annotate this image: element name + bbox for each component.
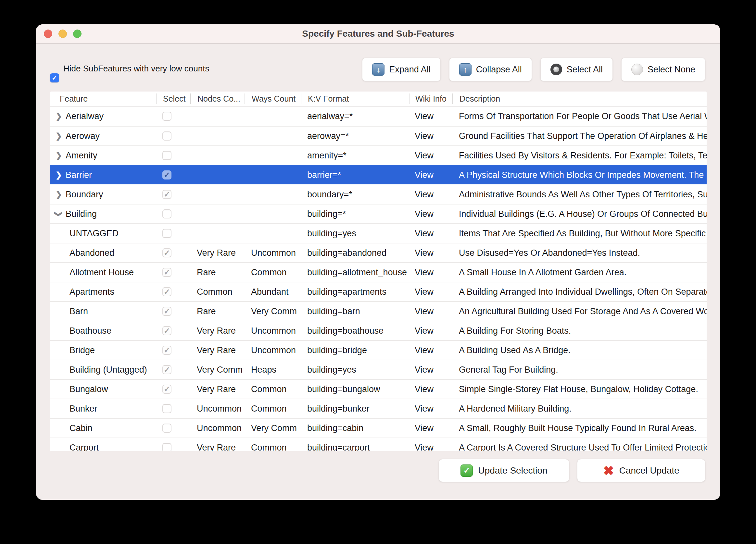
description-cell: An Agricultural Building Used For Storag… bbox=[452, 306, 707, 316]
table-row[interactable]: Carport Very Rare Common building=carpor… bbox=[50, 437, 707, 451]
row-select-checkbox[interactable] bbox=[162, 424, 171, 433]
cancel-update-label: Cancel Update bbox=[619, 465, 679, 476]
expander-chevron-icon[interactable] bbox=[55, 171, 63, 179]
row-select-checkbox[interactable] bbox=[162, 326, 171, 335]
table-row[interactable]: Barrier barrier=* View A Physical Struct… bbox=[50, 165, 707, 184]
row-select-checkbox[interactable] bbox=[162, 209, 171, 219]
row-select-checkbox[interactable] bbox=[162, 307, 171, 316]
row-select-checkbox[interactable] bbox=[162, 248, 171, 258]
column-header-description[interactable]: Description bbox=[452, 94, 707, 104]
wiki-view-link[interactable]: View bbox=[409, 170, 452, 180]
column-header-feature[interactable]: Feature bbox=[50, 94, 156, 104]
wiki-view-link[interactable]: View bbox=[409, 287, 452, 297]
row-select-checkbox[interactable] bbox=[162, 151, 171, 160]
table-row[interactable]: Bridge Very Rare Uncommon building=bridg… bbox=[50, 340, 707, 360]
row-select-checkbox[interactable] bbox=[162, 112, 171, 121]
wiki-view-link[interactable]: View bbox=[409, 229, 452, 239]
screen-background: Specify Features and Sub-Features Hide S… bbox=[0, 0, 756, 544]
expander-chevron-icon[interactable] bbox=[55, 210, 63, 218]
kv-format-cell: building=cabin bbox=[301, 423, 409, 433]
table-row[interactable]: Abandoned Very Rare Uncommon building=ab… bbox=[50, 243, 707, 262]
kv-format-cell: building=boathouse bbox=[301, 326, 409, 336]
cancel-update-button[interactable]: Cancel Update bbox=[577, 459, 705, 482]
feature-label: Barn bbox=[69, 306, 88, 316]
wiki-view-link[interactable]: View bbox=[409, 248, 452, 258]
row-select-checkbox[interactable] bbox=[162, 365, 171, 374]
table-row[interactable]: Allotment House Rare Common building=all… bbox=[50, 262, 707, 282]
wiki-view-link[interactable]: View bbox=[409, 268, 452, 277]
kv-format-cell: boundary=* bbox=[301, 190, 409, 200]
select-none-button[interactable]: Select None bbox=[621, 58, 705, 81]
expander-chevron-icon[interactable] bbox=[55, 112, 63, 120]
description-cell: A Building Arranged Into Individual Dwel… bbox=[452, 287, 707, 297]
column-header-ways[interactable]: Ways Count bbox=[245, 94, 301, 104]
description-cell: A Carport Is A Covered Structure Used To… bbox=[452, 443, 707, 451]
expand-all-button[interactable]: Expand All bbox=[362, 58, 441, 81]
wiki-view-link[interactable]: View bbox=[409, 345, 452, 355]
expander-chevron-icon[interactable] bbox=[55, 151, 63, 160]
hide-subfeatures-checkbox[interactable]: ✓ bbox=[50, 73, 59, 82]
description-cell: A Physical Structure Which Blocks Or Imp… bbox=[452, 170, 707, 180]
table-row[interactable]: UNTAGGED building=yes View Items That Ar… bbox=[50, 223, 707, 243]
table-row[interactable]: Apartments Common Abundant building=apar… bbox=[50, 282, 707, 301]
ways-count-cell: Abundant bbox=[245, 287, 301, 297]
wiki-view-link[interactable]: View bbox=[409, 365, 452, 375]
table-row[interactable]: Amenity amenity=* View Facilities Used B… bbox=[50, 146, 707, 165]
green-checkmark-icon bbox=[460, 464, 473, 477]
collapse-all-button[interactable]: Collapse All bbox=[449, 58, 532, 81]
wiki-view-link[interactable]: View bbox=[409, 306, 452, 316]
nodes-count-cell: Very Rare bbox=[190, 345, 245, 355]
wiki-view-link[interactable]: View bbox=[409, 209, 452, 219]
kv-format-cell: aerialway=* bbox=[301, 111, 409, 121]
expander-chevron-icon[interactable] bbox=[55, 132, 63, 140]
wiki-view-link[interactable]: View bbox=[409, 111, 452, 121]
table-row[interactable]: Bungalow Very Rare Common building=bunga… bbox=[50, 379, 707, 398]
table-row[interactable]: Bunker Uncommon Common building=bunker V… bbox=[50, 398, 707, 418]
white-circle-icon bbox=[631, 64, 643, 75]
row-select-checkbox[interactable] bbox=[162, 132, 171, 141]
row-select-checkbox[interactable] bbox=[162, 171, 171, 180]
table-row[interactable]: Cabin Uncommon Very Comm building=cabin … bbox=[50, 418, 707, 437]
wiki-view-link[interactable]: View bbox=[409, 326, 452, 336]
wiki-view-link[interactable]: View bbox=[409, 384, 452, 394]
row-select-checkbox[interactable] bbox=[162, 287, 171, 296]
column-header-select[interactable]: Select bbox=[156, 94, 190, 104]
expander-chevron-icon[interactable] bbox=[55, 190, 63, 199]
table-row[interactable]: Building (Untagged) Very Comm Heaps buil… bbox=[50, 360, 707, 379]
feature-label: Bridge bbox=[69, 345, 95, 355]
row-select-checkbox[interactable] bbox=[162, 268, 171, 277]
nodes-count-cell: Very Rare bbox=[190, 326, 245, 336]
update-selection-button[interactable]: Update Selection bbox=[439, 459, 569, 482]
ways-count-cell: Uncommon bbox=[245, 326, 301, 336]
wiki-view-link[interactable]: View bbox=[409, 443, 452, 451]
wiki-view-link[interactable]: View bbox=[409, 423, 452, 433]
row-select-checkbox[interactable] bbox=[162, 443, 171, 451]
kv-format-cell: amenity=* bbox=[301, 151, 409, 161]
select-all-button[interactable]: Select All bbox=[540, 58, 613, 81]
table-row[interactable]: Boathouse Very Rare Uncommon building=bo… bbox=[50, 321, 707, 340]
wiki-view-link[interactable]: View bbox=[409, 151, 452, 161]
row-select-checkbox[interactable] bbox=[162, 229, 171, 238]
wiki-view-link[interactable]: View bbox=[409, 190, 452, 200]
description-cell: Forms Of Transportation For People Or Go… bbox=[452, 111, 707, 121]
row-select-checkbox[interactable] bbox=[162, 404, 171, 413]
row-select-checkbox[interactable] bbox=[162, 346, 171, 355]
nodes-count-cell: Very Rare bbox=[190, 248, 245, 258]
column-header-wiki-info[interactable]: Wiki Info bbox=[409, 94, 452, 104]
table-row[interactable]: Barn Rare Very Comm building=barn View A… bbox=[50, 301, 707, 321]
column-header-nodes[interactable]: Nodes Co... bbox=[190, 94, 245, 104]
table-row[interactable]: Building building=* View Individual Buil… bbox=[50, 204, 707, 223]
wiki-view-link[interactable]: View bbox=[409, 404, 452, 414]
table-row[interactable]: Boundary boundary=* View Administrative … bbox=[50, 184, 707, 204]
minimize-window-button[interactable] bbox=[58, 30, 67, 38]
row-select-checkbox[interactable] bbox=[162, 190, 171, 199]
column-header-kv-format[interactable]: K:V Format bbox=[301, 94, 409, 104]
table-row[interactable]: Aerialway aerialway=* View Forms Of Tran… bbox=[50, 107, 707, 126]
feature-label: Amenity bbox=[66, 151, 97, 161]
close-window-button[interactable] bbox=[44, 30, 52, 38]
feature-label: Apartments bbox=[69, 287, 114, 297]
zoom-window-button[interactable] bbox=[73, 30, 82, 38]
wiki-view-link[interactable]: View bbox=[409, 131, 452, 141]
row-select-checkbox[interactable] bbox=[162, 385, 171, 394]
table-row[interactable]: Aeroway aeroway=* View Ground Facilities… bbox=[50, 126, 707, 146]
